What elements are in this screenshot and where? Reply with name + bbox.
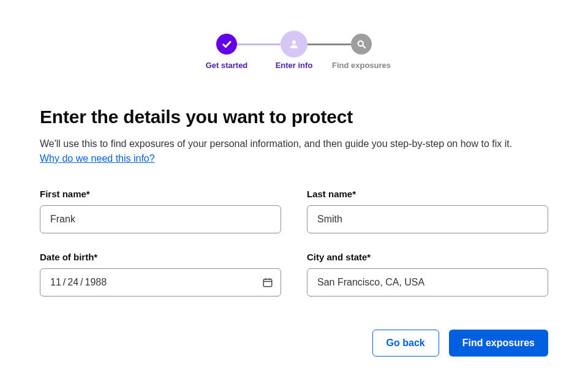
last-name-field-group: Last name* (307, 189, 548, 233)
page-subtitle: We'll use this to find exposures of your… (40, 138, 548, 149)
dob-day: 24 (67, 277, 78, 288)
last-name-label: Last name* (307, 189, 548, 199)
first-name-input[interactable] (40, 205, 281, 233)
last-name-input[interactable] (307, 205, 548, 233)
step-find-exposures: Find exposures (328, 34, 395, 70)
step-enter-info: Enter info (260, 34, 328, 70)
svg-rect-3 (263, 279, 272, 287)
svg-line-2 (363, 45, 365, 48)
city-state-input[interactable] (307, 268, 548, 296)
dob-value: 11 / 24 / 1988 (50, 277, 107, 288)
form-section: Enter the details you want to protect We… (0, 70, 588, 357)
step-label: Get started (206, 61, 248, 70)
calendar-icon (262, 277, 273, 288)
stepper-connector (237, 43, 284, 45)
person-icon (284, 34, 304, 55)
city-state-label: City and state* (307, 252, 548, 262)
city-state-field-group: City and state* (307, 252, 548, 296)
step-get-started: Get started (193, 34, 260, 70)
first-name-field-group: First name* (40, 189, 281, 233)
dob-month: 11 (50, 277, 61, 288)
dob-field-group: Date of birth* 11 / 24 / 1988 (40, 252, 281, 296)
button-row: Go back Find exposures (40, 330, 548, 357)
svg-point-0 (292, 40, 296, 44)
dob-input[interactable]: 11 / 24 / 1988 (40, 268, 281, 296)
search-icon (351, 34, 372, 55)
first-name-label: First name* (40, 189, 281, 199)
form-grid: First name* Last name* Date of birth* 11… (40, 189, 548, 296)
go-back-button[interactable]: Go back (372, 330, 439, 357)
why-info-link[interactable]: Why do we need this info? (40, 153, 155, 164)
stepper-connector (304, 43, 351, 45)
dob-year: 1988 (85, 277, 107, 288)
find-exposures-button[interactable]: Find exposures (449, 330, 548, 357)
check-icon (216, 34, 237, 55)
page-title: Enter the details you want to protect (40, 107, 548, 127)
progress-stepper: Get started Enter info Find exposures (0, 0, 588, 70)
step-label: Enter info (276, 61, 313, 70)
dob-label: Date of birth* (40, 252, 281, 262)
step-label: Find exposures (332, 61, 391, 70)
